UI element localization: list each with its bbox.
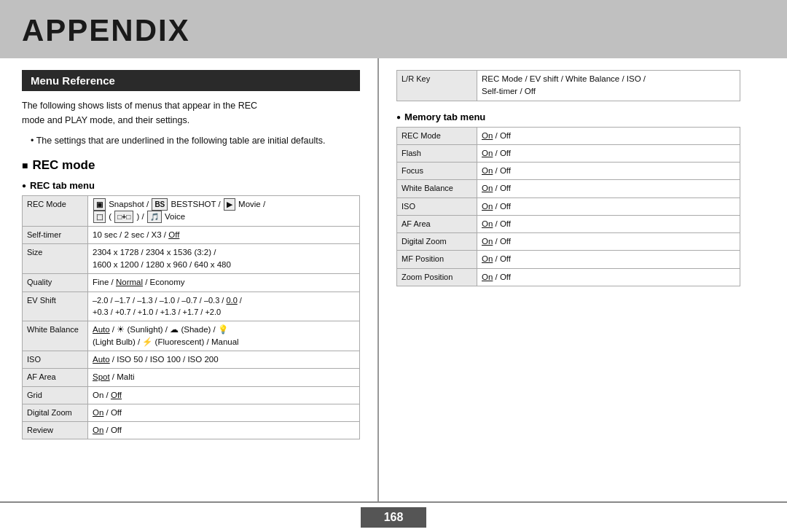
movie-text: Movie / (238, 200, 265, 208)
voice-icon: 🎵 (147, 211, 162, 223)
table-row: Grid On / Off (23, 386, 360, 404)
right-column: L/R Key REC Mode / EV shift / White Bala… (379, 58, 758, 501)
mem-dzoom-value: On / Off (477, 233, 740, 251)
rec-tab-table: REC Mode ▣ Snapshot / BS BESTSHOT / ▶ Mo… (22, 195, 360, 439)
mem-mfpos-label: MF Position (397, 251, 477, 268)
main-content: Menu Reference The following shows lists… (0, 58, 787, 501)
mem-flash-label: Flash (397, 144, 477, 162)
table-row: Zoom Position On / Off (397, 268, 740, 286)
table-row: EV Shift –2.0 / –1.7 / –1.3 / –1.0 / –0.… (23, 292, 360, 321)
dzoom-label: Digital Zoom (23, 404, 88, 421)
auto-underline: Auto (93, 325, 110, 334)
bestshot-icon: BS (152, 198, 168, 211)
normal-underline: Normal (116, 278, 143, 286)
table-row: REC Mode ▣ Snapshot / BS BESTSHOT / ▶ Mo… (23, 196, 360, 227)
mem-af-value: On / Off (477, 215, 740, 232)
movie-icon: ▶ (224, 198, 235, 211)
mem-focus-label: Focus (397, 163, 477, 180)
mem-zoompos-value: On / Off (477, 268, 740, 286)
size-label: Size (23, 243, 88, 274)
mem-iso-value: On / Off (477, 197, 740, 215)
review-on-underline: On (93, 426, 103, 434)
mem-flash-value: On / Off (477, 144, 740, 162)
table-row: Quality Fine / Normal / Economy (23, 274, 360, 292)
grid-label: Grid (23, 386, 88, 404)
review-value: On / Off (88, 422, 360, 439)
title-bar: APPENDIX (0, 0, 787, 58)
table-row: Flash On / Off (397, 144, 740, 162)
iso-label: ISO (23, 351, 88, 369)
selftimer-label: Self-timer (23, 226, 88, 243)
table-row: Digital Zoom On / Off (23, 404, 360, 421)
footer: 168 (0, 501, 787, 532)
snapshot-icon: ▣ (93, 198, 106, 211)
spot-underline: Spot (93, 372, 110, 381)
af-value: Spot / Malti (88, 369, 360, 386)
voice-text: Voice (165, 212, 185, 221)
grid-off-underline: Off (111, 391, 122, 399)
table-row: ISO On / Off (397, 197, 740, 215)
table-row: AF Area Spot / Malti (23, 369, 360, 386)
iso-auto-underline: Auto (93, 355, 110, 364)
iso-value: Auto / ISO 50 / ISO 100 / ISO 200 (88, 351, 360, 369)
mem-dzoom-label: Digital Zoom (397, 233, 477, 251)
grid-value: On / Off (88, 386, 360, 404)
mem-recmode-label: REC Mode (397, 127, 477, 144)
lr-label: L/R Key (397, 71, 477, 101)
review-label: Review (23, 422, 88, 439)
dzoom-on-underline: On (93, 408, 103, 417)
mem-focus-value: On / Off (477, 163, 740, 180)
table-row: Size 2304 x 1728 / 2304 x 1536 (3:2) /16… (23, 243, 360, 274)
wb-value: Auto / ☀ (Sunlight) / ☁ (Shade) / 💡(Ligh… (88, 321, 360, 351)
menu-reference-header: Menu Reference (22, 70, 360, 91)
bullet-text: The settings that are underlined in the … (22, 133, 360, 148)
pano-sep2: ) / (136, 212, 144, 221)
ev-zero-underline: 0.0 (226, 296, 237, 305)
mem-zoompos-label: Zoom Position (397, 268, 477, 286)
page-number: 168 (361, 507, 426, 528)
quality-label: Quality (23, 274, 88, 292)
snapshot-text: Snapshot / (109, 200, 149, 208)
table-row: White Balance On / Off (397, 180, 740, 197)
left-column: Menu Reference The following shows lists… (0, 58, 379, 501)
mem-af-label: AF Area (397, 215, 477, 232)
memory-tab-header: Memory tab menu (396, 112, 740, 122)
table-row: Self-timer 10 sec / 2 sec / X3 / Off (23, 226, 360, 243)
table-row: Digital Zoom On / Off (397, 233, 740, 251)
wb-label: White Balance (23, 321, 88, 351)
table-row: ISO Auto / ISO 50 / ISO 100 / ISO 200 (23, 351, 360, 369)
ev-label: EV Shift (23, 292, 88, 321)
mem-iso-label: ISO (397, 197, 477, 215)
rec-mode-value: ▣ Snapshot / BS BESTSHOT / ▶ Movie / ⬚ (… (88, 196, 360, 227)
table-row: Review On / Off (23, 422, 360, 439)
pano-sep: ( (109, 212, 111, 221)
bestshot-text: BESTSHOT / (171, 200, 221, 208)
rec-mode-label: REC Mode (23, 196, 88, 227)
table-row: MF Position On / Off (397, 251, 740, 268)
table-row: L/R Key REC Mode / EV shift / White Bala… (397, 71, 740, 101)
mem-recmode-value: On / Off (477, 127, 740, 144)
table-row: AF Area On / Off (397, 215, 740, 232)
plus-icon: □+□ (114, 211, 133, 223)
page: APPENDIX Menu Reference The following sh… (0, 0, 787, 532)
table-row: Focus On / Off (397, 163, 740, 180)
off-underline: Off (168, 230, 179, 239)
table-row: REC Mode On / Off (397, 127, 740, 144)
rec-mode-header: REC mode (22, 158, 360, 173)
lr-key-table: L/R Key REC Mode / EV shift / White Bala… (396, 70, 740, 101)
table-row: White Balance Auto / ☀ (Sunlight) / ☁ (S… (23, 321, 360, 351)
mem-mfpos-value: On / Off (477, 251, 740, 268)
selftimer-value: 10 sec / 2 sec / X3 / Off (88, 226, 360, 243)
lr-value: REC Mode / EV shift / White Balance / IS… (477, 71, 740, 101)
intro-text: The following shows lists of menus that … (22, 98, 360, 128)
quality-value: Fine / Normal / Economy (88, 274, 360, 292)
rec-tab-header: REC tab menu (22, 180, 360, 191)
page-title: APPENDIX (22, 13, 765, 48)
mem-wb-value: On / Off (477, 180, 740, 197)
ev-value: –2.0 / –1.7 / –1.3 / –1.0 / –0.7 / –0.3 … (88, 292, 360, 321)
mem-wb-label: White Balance (397, 180, 477, 197)
size-value: 2304 x 1728 / 2304 x 1536 (3:2) /1600 x … (88, 243, 360, 274)
panorama-icon: ⬚ (93, 211, 106, 223)
dzoom-value: On / Off (88, 404, 360, 421)
memory-tab-table: REC Mode On / Off Flash On / Off Focus O… (396, 127, 740, 286)
